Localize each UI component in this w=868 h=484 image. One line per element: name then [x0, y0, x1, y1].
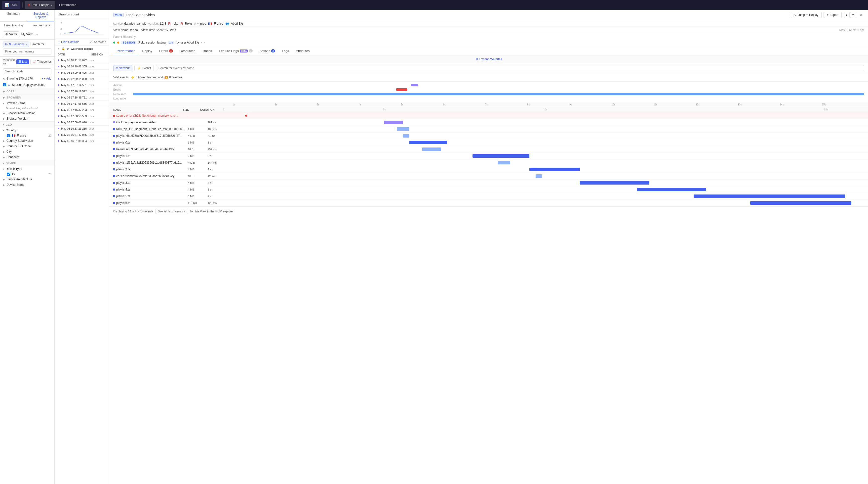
- long-tasks-lane-bar: [133, 97, 864, 100]
- city-item[interactable]: ▶ City: [0, 149, 54, 154]
- list-item[interactable]: May 05 17:20:19.592 user: [55, 88, 109, 94]
- tab-attributes[interactable]: Attributes: [292, 47, 313, 55]
- table-row[interactable]: ▶ 🔒 0 Watchdog Insights: [55, 46, 109, 52]
- events-filter-button[interactable]: ⚡ Events: [134, 65, 154, 71]
- sidebar-tab-summary[interactable]: Summary: [0, 10, 27, 21]
- tick-11s: 11s: [654, 103, 695, 106]
- tab-actions[interactable]: Actions 2: [256, 47, 278, 55]
- list-view-button[interactable]: ☰ List: [17, 59, 29, 64]
- browser-name-item[interactable]: ▾ Browser Name: [0, 101, 54, 106]
- events-search-input[interactable]: [156, 65, 864, 71]
- geo-group-header[interactable]: ▾ GEO: [0, 122, 54, 127]
- browser-main-version-item[interactable]: ▶ Browser Main Version: [0, 110, 54, 116]
- waterfall-row-12[interactable]: playlist4.ts 4 MB 3 s: [109, 186, 868, 193]
- sidebar-tab-features[interactable]: Feature Flags: [27, 22, 55, 29]
- list-item[interactable]: May 05 17:59:14.020 user: [55, 76, 109, 82]
- waterfall-row-14[interactable]: playlist6.ts 119 KB 125 ms: [109, 200, 868, 206]
- list-item[interactable]: May 05 17:18:39.791 user: [55, 94, 109, 101]
- errors-bar: [396, 88, 407, 91]
- waterfall-row-3[interactable]: roku_ep_111_segment_1_final-cc_mix_03301…: [109, 126, 868, 133]
- res-bar-8: [232, 160, 864, 165]
- list-item[interactable]: May 05 17:57:14.531 user: [55, 82, 109, 88]
- expand-waterfall-label: Expand Waterfall: [479, 57, 502, 61]
- timeseries-button[interactable]: 📈 Timeseries: [30, 59, 54, 64]
- waterfall-row-5[interactable]: playlist0.ts 1 MB 1 s: [109, 139, 868, 146]
- more-options-icon[interactable]: ⋯: [34, 33, 38, 36]
- waterfall-row-error[interactable]: source error &h28: Not enough memory to …: [109, 112, 868, 119]
- france-check[interactable]: 🇫🇷 France 20: [0, 133, 54, 138]
- waterfall-row-click[interactable]: Click on play on screen video 281 ms: [109, 119, 868, 126]
- device-architecture-item[interactable]: ▶ Device Architecture: [0, 177, 54, 182]
- see-full-button[interactable]: See full list of events ▾: [155, 209, 188, 214]
- add-filter-button[interactable]: + + Add: [41, 77, 52, 80]
- session-date: May 05 16:53:23.235: [61, 127, 87, 130]
- app-tab[interactable]: R Roku Sample ▾: [25, 1, 55, 9]
- continent-item[interactable]: ▶ Continent: [0, 154, 54, 160]
- tab-logs[interactable]: Logs: [278, 47, 292, 55]
- waterfall-row-4[interactable]: playlist-68a625bc7f0e0df3bccf517e5f95b52…: [109, 133, 868, 139]
- export-button[interactable]: ↑ Export: [824, 12, 842, 18]
- sidebar-tab-sessions[interactable]: Sessions & Replays: [27, 10, 55, 21]
- tv-check[interactable]: Tv 20: [0, 172, 54, 177]
- tab-performance[interactable]: Performance: [113, 47, 138, 55]
- more-options-button[interactable]: ⋯: [201, 40, 205, 45]
- session-replay-checkbox[interactable]: [3, 83, 6, 86]
- list-item[interactable]: May 05 17:08:06.028 user: [55, 119, 109, 125]
- detail-view-name: Load Screen video: [126, 13, 155, 17]
- perf-tab[interactable]: Performance: [56, 1, 79, 9]
- list-item[interactable]: May 05 18:10:48.365 user: [55, 63, 109, 69]
- country-item[interactable]: ▾ Country: [0, 127, 54, 133]
- list-item[interactable]: May 05 16:51:47.085 user: [55, 132, 109, 138]
- tick-5s: 5s: [401, 103, 443, 106]
- resource-name-13: playlist5.ts: [113, 195, 188, 198]
- res-name-13: playlist5.ts: [116, 195, 130, 198]
- waterfall-row-11[interactable]: playlist3.ts 4 MB 3 s: [109, 179, 868, 186]
- list-item[interactable]: May 05 18:09:45.495 user: [55, 69, 109, 76]
- next-button[interactable]: ▼: [850, 12, 856, 18]
- device-group-header[interactable]: ▾ DEVICE: [0, 160, 54, 166]
- jump-replay-button[interactable]: ▷ Jump to Replay: [791, 12, 822, 18]
- list-item[interactable]: May 05 17:08:55.593 user: [55, 113, 109, 119]
- device-arch-chevron: ▶: [3, 178, 5, 181]
- close-button[interactable]: ×: [858, 12, 864, 18]
- browser-group-header[interactable]: ▶ BROWSER: [0, 94, 54, 101]
- waterfall-row-10[interactable]: ce2eb39bbde943c2b9e238a5e2b53243.key 16 …: [109, 173, 868, 179]
- core-group-header[interactable]: ▶ CORE: [0, 88, 54, 94]
- tab-replay[interactable]: Replay: [138, 47, 156, 55]
- search-input[interactable]: [3, 49, 52, 54]
- tab-traces[interactable]: Traces: [199, 47, 215, 55]
- prev-button[interactable]: ▲: [844, 12, 849, 18]
- sidebar-tab-errors[interactable]: Error Tracking: [0, 22, 27, 29]
- list-item[interactable]: May 05 16:53:23.235 user: [55, 125, 109, 132]
- device-type-item[interactable]: ▾ Device Type: [0, 166, 54, 172]
- list-item[interactable]: May 05 18:11:19.672 user: [55, 57, 109, 63]
- waterfall-row-13[interactable]: playlist5.ts 3 MB 2 s: [109, 193, 868, 200]
- tab-errors[interactable]: Errors 1: [156, 47, 176, 55]
- country-iso-label: Country ISO Code: [6, 144, 31, 148]
- waterfall-row-9[interactable]: playlist2.ts 4 MB 2 s: [109, 166, 868, 173]
- expand-waterfall-button[interactable]: ⊞ Expand Waterfall: [475, 57, 502, 61]
- waterfall-row-6[interactable]: 647a95a8095f415a93413ae04e8e59b9.key 16 …: [109, 146, 868, 153]
- hide-controls-button[interactable]: ⊟ Hide Controls: [58, 40, 79, 44]
- waterfall-row-8[interactable]: playlist-1f661fd8a320633509c1ad8340377ad…: [109, 160, 868, 166]
- waterfall-row-7[interactable]: playlist1.ts 2 MB 2 s: [109, 153, 868, 160]
- list-item[interactable]: May 05 17:17:56.585 user: [55, 101, 109, 107]
- list-item[interactable]: May 05 17:16:37.253 user: [55, 107, 109, 113]
- network-filter-button[interactable]: ≡ Network: [113, 65, 132, 71]
- country-iso-item[interactable]: ▶ Country ISO Code: [0, 143, 54, 149]
- tab-resources[interactable]: Resources: [176, 47, 199, 55]
- browser-version-item[interactable]: ▶ Browser Version: [0, 116, 54, 121]
- tab-feature-flags[interactable]: Feature Flags BETA 0: [215, 47, 256, 55]
- tv-checkbox[interactable]: [7, 173, 10, 176]
- showing-label: Showing 170 of 170: [6, 77, 33, 80]
- in-sessions-button[interactable]: In ⚑ Sessions ▾: [3, 41, 29, 47]
- device-brand-item[interactable]: ▶ Device Brand: [0, 182, 54, 188]
- search-facets-input[interactable]: [3, 68, 52, 74]
- country-subdivision-item[interactable]: ▶ Country Subdivision: [0, 138, 54, 143]
- france-checkbox[interactable]: [7, 134, 10, 137]
- views-button[interactable]: 👁 Views: [3, 31, 20, 37]
- rum-tab[interactable]: 📊 RUM: [2, 1, 20, 9]
- list-item[interactable]: May 05 16:51:00.354 user: [55, 138, 109, 144]
- session-replay-check[interactable]: ⊙ Session Replay available: [0, 81, 54, 88]
- session-list-header: DATE SESSION: [55, 52, 109, 57]
